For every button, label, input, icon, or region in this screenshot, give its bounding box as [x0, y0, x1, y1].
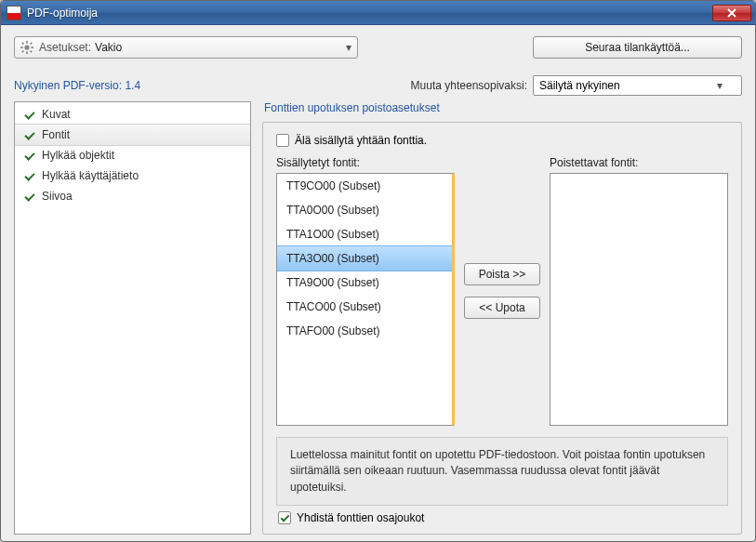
- no-fonts-checkbox[interactable]: [276, 134, 289, 147]
- svg-line-5: [22, 43, 24, 45]
- list-item[interactable]: TTA9O00 (Subset): [277, 271, 452, 295]
- titlebar: PDF-optimoija: [1, 1, 755, 25]
- track-usage-label: Seuraa tilankäyttöä...: [585, 41, 690, 54]
- compat-value: Säilytä nykyinen: [539, 79, 620, 92]
- close-button[interactable]: [712, 5, 751, 21]
- sidebar-item-label: Fontit: [42, 128, 70, 141]
- track-usage-button[interactable]: Seuraa tilankäyttöä...: [533, 36, 742, 59]
- merge-subsets-label: Yhdistä fonttien osajoukot: [297, 511, 424, 524]
- settings-dropdown[interactable]: Asetukset: Vakio ▾: [14, 36, 358, 59]
- list-item[interactable]: TTA3O00 (Subset): [277, 245, 452, 271]
- embed-button-label: << Upota: [479, 301, 524, 314]
- sidebar-item-kuvat[interactable]: Kuvat: [15, 104, 250, 125]
- panel-inner: Älä sisällytä yhtään fonttia. Sisällytet…: [262, 122, 742, 535]
- settings-label: Asetukset:: [39, 41, 91, 54]
- svg-line-7: [31, 43, 33, 45]
- fonts-panel: Fonttien upotuksen poistoasetukset Älä s…: [262, 101, 742, 535]
- sidebar-item-fontit[interactable]: Fontit: [15, 124, 250, 146]
- merge-subsets-row: Yhdistä fonttien osajoukot: [276, 511, 728, 524]
- svg-point-0: [24, 45, 29, 49]
- list-item[interactable]: TTA0O00 (Subset): [277, 198, 452, 222]
- removable-col: Poistettavat fontit:: [550, 156, 728, 426]
- sidebar-item-siivoa[interactable]: Siivoa: [15, 186, 250, 206]
- svg-line-8: [22, 51, 24, 53]
- check-icon: [24, 170, 35, 181]
- list-item[interactable]: TTACO00 (Subset): [277, 295, 452, 319]
- window-body: Asetukset: Vakio ▾ Seuraa tilankäyttöä..…: [1, 25, 755, 542]
- app-icon: [7, 6, 21, 20]
- check-icon: [24, 109, 35, 120]
- list-item[interactable]: TTA1O00 (Subset): [277, 222, 452, 246]
- no-fonts-label: Älä sisällytä yhtään fonttia.: [295, 134, 427, 147]
- current-version-label-text: Nykyinen PDF-versio:: [14, 79, 122, 92]
- sidebar-item-label: Hylkää käyttäjätieto: [42, 169, 139, 182]
- sidebar-item-hylk-k-ytt-j-tieto[interactable]: Hylkää käyttäjätieto: [15, 165, 250, 186]
- chevron-down-icon: ▾: [717, 79, 723, 92]
- current-version-label: Nykyinen PDF-versio: 1.4: [14, 79, 140, 92]
- removable-list-title: Poistettavat fontit:: [550, 156, 728, 169]
- hint-text: Luettelossa mainitut fontit on upotettu …: [276, 437, 728, 506]
- category-sidebar: KuvatFontitHylkää objektitHylkää käyttäj…: [14, 101, 251, 535]
- settings-value: Vakio: [95, 41, 346, 54]
- current-version-value: 1.4: [125, 79, 140, 92]
- window-root: PDF-optimoija Asetukset: Vakio ▾ Seuraa …: [0, 0, 756, 542]
- chevron-down-icon: ▾: [346, 41, 351, 54]
- window-title: PDF-optimoija: [27, 7, 712, 20]
- embedded-fonts-listbox[interactable]: TT9CO00 (Subset)TTA0O00 (Subset)TTA1O00 …: [276, 173, 455, 426]
- compat-label: Muuta yhteensopivaksi:: [411, 79, 527, 92]
- check-icon: [24, 191, 35, 202]
- embedded-list-title: Sisällytetyt fontit:: [276, 156, 455, 169]
- sidebar-item-label: Kuvat: [42, 108, 71, 121]
- sidebar-item-label: Siivoa: [42, 190, 73, 203]
- remove-button-label: Poista >>: [479, 268, 526, 281]
- embedded-col: Sisällytetyt fontit: TT9CO00 (Subset)TTA…: [276, 156, 455, 426]
- lists-row: Sisällytetyt fontit: TT9CO00 (Subset)TTA…: [276, 156, 728, 426]
- close-icon: [726, 8, 737, 18]
- no-fonts-row: Älä sisällytä yhtään fonttia.: [276, 134, 728, 147]
- removable-fonts-listbox[interactable]: [550, 173, 728, 426]
- sidebar-item-hylk-objektit[interactable]: Hylkää objektit: [15, 145, 250, 165]
- list-item[interactable]: TTAFO00 (Subset): [277, 319, 452, 343]
- merge-subsets-checkbox[interactable]: [278, 511, 291, 524]
- check-icon: [24, 129, 35, 140]
- sidebar-item-label: Hylkää objektit: [42, 149, 114, 162]
- check-icon: [24, 150, 35, 161]
- top-row: Asetukset: Vakio ▾ Seuraa tilankäyttöä..…: [14, 36, 742, 59]
- transfer-buttons: Poista >> << Upota: [464, 156, 540, 426]
- main-area: KuvatFontitHylkää objektitHylkää käyttäj…: [14, 101, 742, 535]
- gear-icon: [20, 41, 33, 54]
- remove-button[interactable]: Poista >>: [464, 263, 540, 285]
- panel-group-title: Fonttien upotuksen poistoasetukset: [264, 101, 742, 114]
- list-item[interactable]: TT9CO00 (Subset): [277, 174, 452, 198]
- version-row: Nykyinen PDF-versio: 1.4 Muuta yhteensop…: [14, 75, 742, 96]
- svg-line-6: [31, 51, 33, 53]
- embed-button[interactable]: << Upota: [464, 297, 540, 319]
- compat-dropdown[interactable]: Säilytä nykyinen ▾: [533, 75, 742, 96]
